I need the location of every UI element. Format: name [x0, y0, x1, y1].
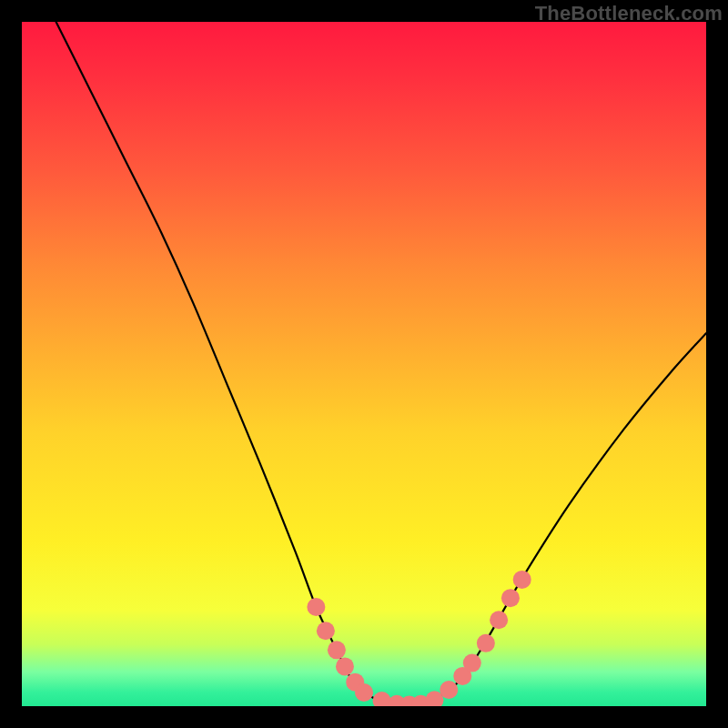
marker-point: [355, 683, 373, 702]
bottleneck-curve: [56, 22, 706, 705]
marker-point: [477, 634, 495, 652]
marker-point: [328, 641, 346, 659]
marker-point: [317, 622, 335, 640]
plot-area: [22, 22, 706, 706]
curve-layer: [22, 22, 706, 706]
watermark-label: TheBottleneck.com: [535, 2, 723, 25]
marker-point: [463, 654, 481, 672]
marker-point: [490, 611, 508, 629]
marker-point: [307, 598, 325, 616]
marker-point: [501, 589, 520, 607]
marker-point: [513, 571, 531, 589]
marker-group: [307, 571, 531, 706]
marker-point: [336, 657, 354, 675]
marker-point: [440, 681, 458, 699]
chart-stage: TheBottleneck.com: [0, 0, 728, 728]
